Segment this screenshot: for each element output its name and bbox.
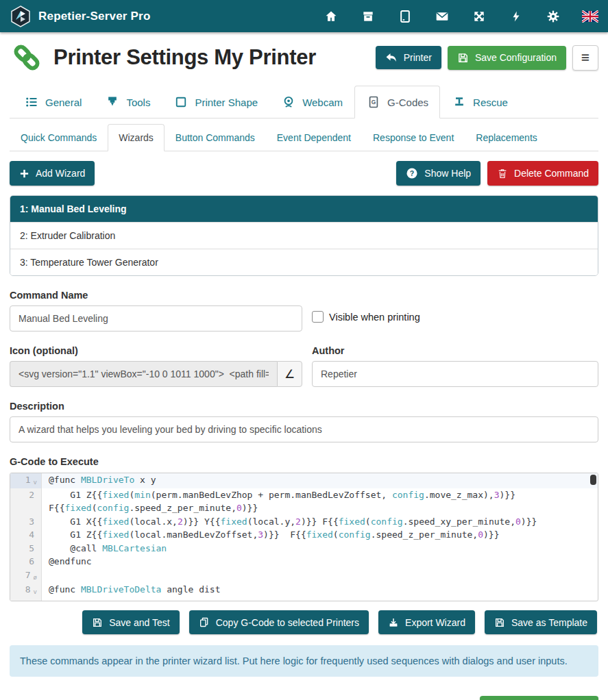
tablet-icon[interactable] (397, 10, 413, 23)
line-number[interactable]: 3 (10, 515, 42, 529)
visible-when-printing-checkbox[interactable]: Visible when printing (312, 311, 598, 323)
code-line[interactable]: 4 G1 Z{{fixed(local.manBedLevZoffset,3)}… (10, 528, 598, 542)
top-navbar: Repetier-Server Pro (0, 0, 608, 32)
envelope-icon[interactable] (434, 10, 450, 23)
question-circle-icon: ? (406, 167, 418, 179)
author-label: Author (312, 345, 598, 356)
copy-gcode-button[interactable]: Copy G-Code to selected Printers (189, 610, 369, 634)
author-input[interactable] (312, 361, 598, 387)
icon-input[interactable] (10, 361, 277, 387)
save-icon (92, 617, 103, 628)
line-number[interactable]: 8v (10, 583, 42, 598)
navbar-icons (323, 10, 598, 23)
code-text[interactable]: @func MBLDriveTo x y (42, 473, 598, 488)
code-line[interactable]: 3 G1 X{{fixed(local.x,2)}} Y{{fixed(loca… (10, 515, 598, 529)
line-number[interactable]: 7ø (10, 568, 42, 584)
printer-button[interactable]: Printer (376, 46, 441, 69)
uk-flag-icon[interactable] (582, 10, 598, 23)
add-wizard-button[interactable]: Add Wizard (10, 161, 95, 186)
editor-footer-buttons: Save and Test Copy G-Code to selected Pr… (10, 610, 597, 634)
tab-printer-shape[interactable]: Printer Shape (162, 86, 269, 118)
line-number[interactable]: 4 (10, 528, 42, 542)
line-number[interactable]: 2 (10, 488, 42, 515)
code-line[interactable]: 1v@func MBLDriveTo x y (10, 473, 598, 488)
code-text[interactable] (42, 568, 598, 584)
code-line[interactable]: 6@endfunc (10, 555, 598, 568)
subtab-event-dependent[interactable]: Event Dependent (266, 124, 362, 151)
line-number[interactable]: 5 (10, 542, 42, 555)
icon-edit-button[interactable]: ∠ (277, 361, 302, 387)
show-help-button[interactable]: ? Show Help (396, 161, 481, 186)
code-line[interactable]: 9 G1 Z{{fixed(min(perm.manBedLevDeltaZho… (10, 598, 598, 602)
description-input[interactable] (10, 416, 598, 442)
bolt-icon[interactable] (508, 10, 524, 23)
description-row: Description (10, 401, 598, 442)
wizard-list-item[interactable]: 2: Extruder Calibration (10, 222, 598, 249)
checkbox-box[interactable] (312, 311, 324, 323)
code-line[interactable]: 5 @call MBLCartesian (10, 542, 598, 555)
icon-author-row: Icon (optional) ∠ Author (10, 345, 598, 387)
repetier-logo-icon (10, 5, 32, 27)
line-number[interactable]: 9 (10, 598, 42, 602)
code-line[interactable]: 2 G1 Z{{fixed(min(perm.manBedLevZhop + p… (10, 488, 598, 515)
gcode-editor[interactable]: 1v@func MBLDriveTo x y2 G1 Z{{fixed(min(… (10, 473, 598, 601)
chain-link-icon (10, 40, 44, 75)
fold-arrow-icon[interactable]: v (34, 479, 37, 486)
list-icon (24, 95, 39, 110)
subtab-response-to-event[interactable]: Response to Event (362, 124, 465, 151)
svg-text:?: ? (410, 169, 414, 177)
gcode-subtabs: Quick Commands Wizards Button Commands E… (10, 124, 598, 151)
line-number[interactable]: 6 (10, 555, 42, 568)
home-icon[interactable] (323, 10, 339, 23)
code-text[interactable]: @endfunc (42, 555, 598, 568)
subtab-wizards[interactable]: Wizards (108, 124, 165, 151)
code-text[interactable]: @call MBLCartesian (42, 542, 598, 555)
copy-icon (199, 616, 210, 628)
subtab-button-commands[interactable]: Button Commands (165, 124, 266, 151)
wizard-list-item[interactable]: 3: Temperature Tower Generator (10, 249, 598, 275)
tab-tools[interactable]: Tools (93, 86, 162, 118)
code-line[interactable]: 8v@func MBLDriveToDelta angle dist (10, 583, 598, 598)
fold-arrow-icon[interactable]: v (34, 588, 37, 595)
command-name-input[interactable] (10, 305, 302, 332)
bottom-save-row: Save Configuration (10, 696, 598, 700)
webcam-icon (281, 95, 296, 110)
save-configuration-button-top[interactable]: Save Configuration (448, 46, 566, 70)
brand[interactable]: Repetier-Server Pro (10, 5, 150, 27)
gear-icon[interactable] (545, 10, 561, 23)
hamburger-icon: ≡ (581, 49, 589, 66)
extruder-icon (105, 95, 120, 110)
tab-general[interactable]: General (12, 86, 93, 118)
code-text[interactable]: @func MBLDriveToDelta angle dist (42, 583, 598, 598)
wizard-list: 1: Manual Bed Leveling 2: Extruder Calib… (10, 195, 598, 276)
code-text[interactable]: G1 Z{{fixed(min(perm.manBedLevZhop + per… (42, 488, 598, 515)
code-text[interactable]: G1 X{{fixed(local.x,2)}} Y{{fixed(local.… (42, 515, 598, 529)
plus-icon (19, 168, 29, 179)
editor-scrollbar-thumb[interactable] (590, 475, 596, 485)
description-label: Description (10, 401, 598, 412)
save-configuration-button-bottom[interactable]: Save Configuration (480, 696, 598, 700)
square-outline-icon (173, 95, 189, 110)
save-and-test-button[interactable]: Save and Test (82, 610, 179, 634)
delete-command-button[interactable]: Delete Command (487, 161, 598, 186)
tab-webcam[interactable]: Webcam (269, 86, 354, 118)
code-text[interactable]: G1 Z{{fixed(min(perm.manBedLevDeltaZhop … (42, 598, 598, 602)
line-number[interactable]: 1v (10, 473, 42, 488)
tab-rescue[interactable]: Rescue (440, 86, 520, 118)
gcode-file-icon: G (366, 95, 381, 110)
code-line[interactable]: 7ø (10, 568, 598, 584)
expand-icon[interactable] (471, 10, 487, 23)
gcode-to-execute-label: G-Code to Execute (10, 456, 99, 467)
export-wizard-button[interactable]: Export Wizard (378, 610, 475, 634)
menu-button[interactable]: ≡ (572, 45, 598, 71)
trash-icon (497, 168, 508, 179)
save-as-template-button[interactable]: Save as Template (485, 610, 597, 634)
subtab-quick-commands[interactable]: Quick Commands (10, 124, 108, 151)
command-name-row: Command Name Visible when printing (10, 290, 598, 332)
code-text[interactable]: G1 Z{{fixed(local.manBedLevZoffset,3)}} … (42, 528, 598, 542)
tab-g-codes[interactable]: G G-Codes (354, 86, 440, 118)
printer-box-icon[interactable] (360, 10, 376, 23)
subtab-replacements[interactable]: Replacements (465, 124, 548, 151)
info-alert: These commands appear in the printer wiz… (10, 645, 598, 677)
wizard-list-item[interactable]: 1: Manual Bed Leveling (10, 196, 598, 222)
